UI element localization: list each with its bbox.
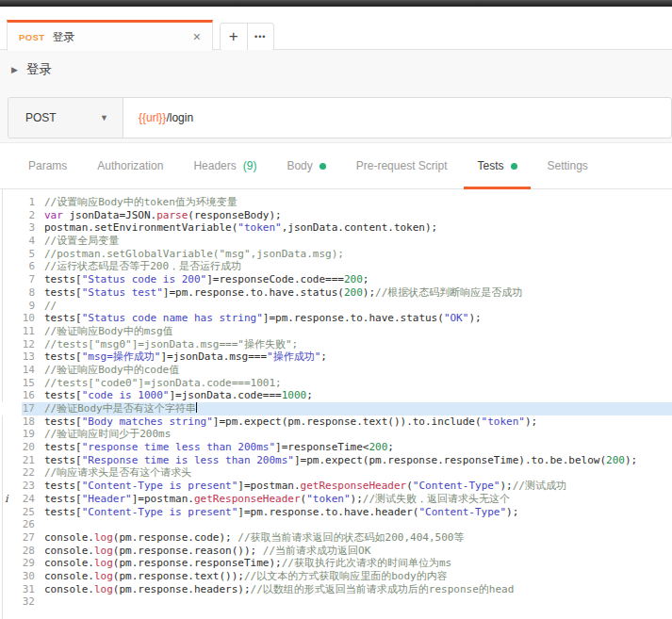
tab-title: 登录 — [52, 29, 74, 45]
code-line[interactable]: 28console.log(pm.response.reason()); //当… — [0, 545, 672, 558]
code-line[interactable]: 4//设置全局变量 — [0, 235, 672, 248]
tab-label: Tests — [477, 159, 503, 172]
tab-headers[interactable]: Headers(9) — [180, 143, 270, 188]
code-text: // — [44, 300, 672, 313]
expander-triangle-icon: ▶ — [11, 65, 18, 74]
code-line[interactable]: 32 — [0, 595, 672, 609]
code-line[interactable]: 11//验证响应Body中的msg值 — [0, 325, 672, 338]
new-tab-plus-icon[interactable]: + — [221, 24, 248, 50]
code-text: tests["Status code name has string"]=pm.… — [44, 312, 672, 325]
code-line[interactable]: 31console.log(pm.response.headers);//以数组… — [0, 583, 672, 596]
code-line[interactable]: 5//postman.setGlobalVariable("msg",jsonD… — [0, 248, 672, 261]
code-line[interactable]: 8tests["Status test"]=pm.response.to.hav… — [0, 286, 672, 300]
tab-pre-request-script[interactable]: Pre-request Script — [343, 143, 461, 188]
tab-settings[interactable]: Settings — [534, 143, 601, 188]
tab-tests[interactable]: Tests — [464, 143, 530, 188]
tab-authorization[interactable]: Authorization — [84, 143, 176, 188]
code-line[interactable]: 27console.log(pm.response.code); //获取当前请… — [0, 531, 672, 545]
code-line[interactable]: 13tests["msg=操作成功"]=jsonData.msg==="操作成功… — [0, 350, 672, 364]
line-number: 6 — [0, 260, 44, 273]
line-number: 4 — [0, 235, 44, 248]
code-text: //postman.setGlobalVariable("msg",jsonDa… — [44, 248, 672, 261]
code-text: //tests["msg0"]=jsonData.msg==="操作失败"; — [44, 338, 672, 351]
code-line[interactable]: 9// — [0, 300, 672, 313]
url-variable: {{url}} — [139, 111, 166, 124]
code-text: tests["Header"]=postman.getResponseHeade… — [44, 493, 672, 506]
line-number: 28 — [0, 545, 44, 558]
lint-info-icon: i — [5, 493, 8, 506]
more-options-icon[interactable]: ••• — [248, 24, 274, 50]
code-line[interactable]: 2var jsonData=JSON.parse(responseBody); — [0, 209, 672, 222]
code-text: //响应请求头是否有这个请求头 — [44, 466, 672, 480]
code-line[interactable]: 18tests["Body matches string"]=pm.expect… — [0, 415, 672, 429]
line-number: 31 — [0, 583, 44, 596]
tab-label: Pre-request Script — [356, 159, 448, 172]
code-text: tests["Status test"]=pm.response.to.have… — [44, 286, 672, 300]
code-line[interactable]: 26 — [0, 518, 672, 531]
code-line[interactable]: 14//验证响应Body中的code值 — [0, 364, 672, 377]
code-text: //运行状态码是否等于200，是否运行成功 — [44, 260, 672, 273]
tab-actions: + ••• — [220, 23, 274, 51]
code-line[interactable]: 6//运行状态码是否等于200，是否运行成功 — [0, 260, 672, 273]
code-line[interactable]: i24tests["Header"]=postman.getResponseHe… — [0, 493, 672, 506]
code-line[interactable]: 7tests["Status code is 200"]=responseCod… — [0, 273, 672, 286]
tab-label: Params — [28, 159, 67, 172]
code-line[interactable]: 16tests["code is 1000"]=jsonData.code===… — [0, 389, 672, 402]
line-number: 27 — [0, 531, 44, 545]
line-number: 23 — [0, 480, 44, 493]
code-text: var jsonData=JSON.parse(responseBody); — [44, 209, 672, 222]
code-line[interactable]: 15//tests["code0"]=jsonData.code===1001; — [0, 377, 672, 390]
line-number: 11 — [0, 325, 44, 338]
tab-label: Authorization — [97, 159, 163, 172]
line-number: 10 — [0, 312, 44, 325]
close-tab-icon[interactable]: × — [193, 30, 201, 43]
tab-label: Settings — [548, 159, 588, 172]
method-label: POST — [25, 111, 100, 124]
code-line[interactable]: 19//验证响应时间少于200ms — [0, 428, 672, 441]
code-line[interactable]: 1//设置响应Body中的token值为环境变量 — [0, 196, 672, 209]
code-line[interactable]: 29console.log(pm.response.responseTime);… — [0, 557, 672, 570]
code-line[interactable]: 3postman.setEnvironmentVariable("token",… — [0, 221, 672, 235]
code-text: tests["Body matches string"]=pm.expect(p… — [44, 415, 672, 429]
text-cursor — [196, 402, 197, 413]
code-line[interactable]: 23tests["Content-Type is present"]=postm… — [0, 480, 672, 493]
code-line[interactable]: 25tests["Content-Type is present"]=pm.re… — [0, 506, 672, 519]
line-number: 17 — [0, 402, 44, 415]
request-name-header[interactable]: ▶ 登录 — [0, 50, 672, 90]
code-line[interactable]: 22//响应请求头是否有这个请求头 — [0, 466, 672, 480]
code-text: //验证响应Body中的code值 — [44, 364, 672, 377]
code-text: tests["Content-Type is present"]=postman… — [44, 480, 672, 493]
code-line[interactable]: 17//验证Body中是否有这个字符串 — [0, 402, 672, 415]
green-dot-indicator — [320, 163, 326, 170]
code-text — [44, 518, 672, 531]
code-text: //验证响应Body中的msg值 — [44, 325, 672, 338]
green-dot-indicator — [511, 163, 517, 170]
code-text: console.log(pm.response.text());//以文本的方式… — [44, 570, 672, 583]
line-number: 32 — [0, 595, 44, 609]
code-text: //验证响应时间少于200ms — [44, 428, 672, 441]
request-tab[interactable]: POST 登录 × — [7, 20, 213, 51]
request-url-section: POST ▼ {{url}}/login — [0, 90, 672, 143]
code-line[interactable]: 30console.log(pm.response.text());//以文本的… — [0, 570, 672, 583]
line-number: 5 — [0, 248, 44, 261]
code-text: console.log(pm.response.code); //获取当前请求返… — [44, 531, 672, 545]
code-line[interactable]: 10tests["Status code name has string"]=p… — [0, 312, 672, 325]
code-line[interactable]: 21tests["Response time is less than 200m… — [0, 454, 672, 467]
tab-params[interactable]: Params — [15, 143, 80, 188]
url-input[interactable]: {{url}}/login — [123, 98, 671, 138]
line-number: 12 — [0, 338, 44, 351]
line-number: 9 — [0, 300, 44, 313]
chevron-down-icon: ▼ — [100, 113, 108, 122]
line-number: 30 — [0, 570, 44, 583]
line-number: 25 — [0, 506, 44, 519]
tab-body[interactable]: Body — [273, 143, 338, 188]
code-line[interactable]: 20tests["response time less than 200ms"]… — [0, 441, 672, 454]
method-selector[interactable]: POST ▼ — [8, 98, 123, 138]
code-line[interactable]: 12//tests["msg0"]=jsonData.msg==="操作失败"; — [0, 338, 672, 351]
tab-strip: POST 登录 × + ••• — [0, 7, 672, 50]
line-number: 1 — [0, 196, 44, 209]
code-text: console.log(pm.response.responseTime);//… — [44, 557, 672, 570]
line-number: 26 — [0, 518, 44, 531]
code-text: tests["Response time is less than 200ms"… — [44, 454, 672, 467]
tests-code-editor[interactable]: 1//设置响应Body中的token值为环境变量2var jsonData=JS… — [0, 189, 672, 619]
